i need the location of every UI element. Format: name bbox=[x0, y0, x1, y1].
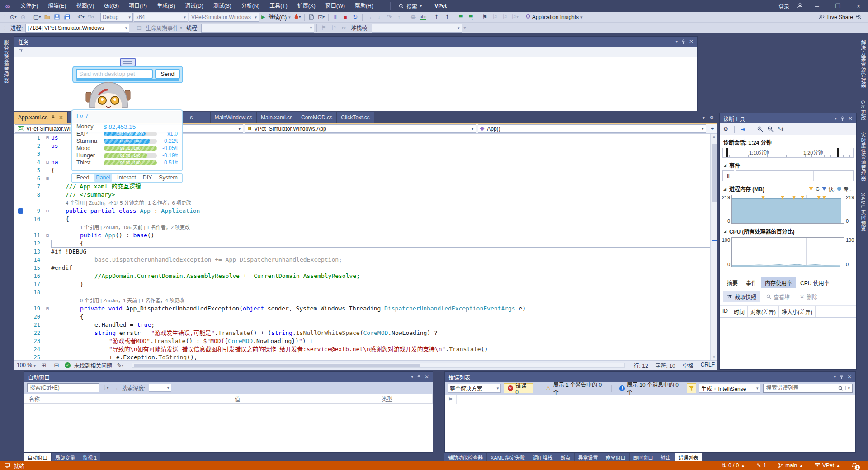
notifications-bell[interactable]: 1 bbox=[852, 463, 857, 469]
indent-icon[interactable]: ≣ bbox=[457, 13, 466, 22]
left-strip-tab-1[interactable]: 服务器资源管理器 bbox=[0, 37, 10, 86]
right-strip-tab-3[interactable]: 实时属性资源管理器 bbox=[858, 130, 868, 184]
pet-tab-5[interactable]: System bbox=[157, 174, 179, 182]
menu-item-5[interactable]: 项目(P) bbox=[124, 0, 152, 12]
pause-icon[interactable]: ‖ bbox=[331, 13, 340, 22]
step-into-icon[interactable]: ↓ bbox=[375, 13, 384, 22]
search-input[interactable] bbox=[766, 385, 836, 391]
settings-gear-icon[interactable]: ⚙ bbox=[723, 126, 728, 132]
tasks-title-bar[interactable]: 任务 ▾ ✕ bbox=[14, 37, 697, 47]
code-text[interactable]: "导致的\n如有可能请发送 错误信息截图和引发错误之前的操作 给开发者:serv… bbox=[51, 345, 710, 353]
code-text[interactable]: #endif bbox=[51, 264, 710, 272]
range-handle-right[interactable] bbox=[837, 148, 839, 157]
breakpoint-margin[interactable] bbox=[14, 305, 28, 313]
scroll-up-icon[interactable]: ▲ bbox=[711, 135, 717, 139]
code-line-23[interactable]: 23"游戏或者MOD".Translate() : $"MOD({CoreMOD… bbox=[14, 337, 710, 345]
code-cleanup-icon[interactable]: ✎▾ bbox=[116, 361, 125, 370]
autos-title-bar[interactable]: 自动窗口 ▾ ✕ bbox=[24, 372, 433, 382]
suspend-threads-icon[interactable]: ∾ bbox=[339, 24, 348, 33]
pet-note-icon[interactable] bbox=[120, 58, 136, 66]
background-tasks-icon[interactable] bbox=[5, 463, 10, 468]
code-line-21[interactable]: 21e.Handled = true; bbox=[14, 321, 710, 329]
diagnostics-tab-4[interactable]: CPU 使用率 bbox=[797, 277, 833, 288]
stack-frame-dropdown[interactable]: ▾ bbox=[372, 24, 462, 33]
take-snapshot-button[interactable]: 截取快照 bbox=[723, 291, 760, 302]
breakpoint-margin[interactable] bbox=[14, 223, 28, 231]
breakpoint-margin[interactable] bbox=[14, 142, 28, 150]
lifecycle-events-dropdown[interactable]: 生命周期事件▾ bbox=[144, 24, 184, 32]
flag-icon[interactable] bbox=[18, 49, 23, 55]
redo-icon[interactable]: ↷▾ bbox=[86, 13, 95, 22]
scope-dropdown[interactable]: 整个解决方案▾ bbox=[448, 384, 501, 393]
pending-edits[interactable]: ✎ 1 bbox=[756, 462, 766, 469]
menu-item-11[interactable]: 扩展(X) bbox=[292, 0, 321, 12]
zoom-dropdown[interactable]: 100 % ▾ bbox=[17, 362, 36, 368]
step-out-icon[interactable]: ↑ bbox=[395, 13, 404, 22]
unflag-threads-icon[interactable]: ⚐ bbox=[329, 24, 338, 33]
autos-column-2[interactable]: 值 bbox=[230, 394, 377, 403]
codelens-text[interactable]: 0 个引用 | ZouJin，1 天前 | 1 名作者，4 项更改 bbox=[51, 296, 710, 305]
pet-tab-1[interactable]: Feed bbox=[75, 174, 91, 182]
spaces-indicator[interactable]: 空格 bbox=[683, 362, 693, 369]
breakpoint-margin[interactable] bbox=[14, 272, 28, 280]
open-folder-icon[interactable] bbox=[42, 13, 52, 22]
tab-clicktext-cs[interactable]: ClickText.cs bbox=[337, 112, 374, 123]
code-text[interactable]: //AppDomain.CurrentDomain.AssemblyResolv… bbox=[51, 272, 710, 280]
breakpoint-margin[interactable] bbox=[14, 280, 28, 288]
breakpoint-margin[interactable] bbox=[14, 158, 28, 166]
startup-project-dropdown[interactable]: VPet-Simulator.Windows▾ bbox=[189, 13, 259, 22]
pin-icon[interactable] bbox=[417, 375, 421, 380]
pet-tab-4[interactable]: DIY bbox=[141, 174, 154, 182]
repository-picker[interactable]: VPet ▲ bbox=[815, 462, 840, 469]
code-text[interactable]: public App() : base() bbox=[51, 231, 710, 240]
breakpoint-margin[interactable] bbox=[14, 345, 28, 353]
warnings-filter-button[interactable]: ⚠展示 1 个警告中的 0 个 bbox=[542, 383, 607, 393]
navigate-forward-icon[interactable]: ⊙ bbox=[19, 13, 28, 22]
breakpoint-margin[interactable] bbox=[14, 134, 28, 142]
code-text[interactable]: e.Handled = true; bbox=[51, 321, 710, 329]
fold-collapse-icon[interactable]: ⊟ bbox=[44, 134, 51, 142]
close-button[interactable]: × bbox=[849, 0, 868, 12]
restart-icon[interactable]: ↻ bbox=[351, 13, 360, 22]
code-text[interactable]: public partial class App : Application bbox=[51, 207, 710, 215]
active-files-dropdown-icon[interactable]: ▾ bbox=[703, 115, 705, 121]
type-dropdown[interactable]: VPet_Simulator.Windows.App▾ bbox=[245, 124, 476, 133]
fold-collapse-icon[interactable]: ⊟ bbox=[44, 158, 51, 166]
breakpoint-margin[interactable] bbox=[14, 288, 28, 296]
platform-dropdown[interactable]: x64▾ bbox=[134, 13, 188, 22]
code-line-9[interactable]: 9⊟public partial class App : Application bbox=[14, 207, 710, 215]
show-next-statement-icon[interactable]: → bbox=[365, 13, 374, 22]
diagnostics-tab-2[interactable]: 事件 bbox=[742, 277, 760, 288]
code-line-12[interactable]: 12{ bbox=[14, 240, 710, 248]
breakpoint-margin[interactable] bbox=[14, 231, 28, 240]
diagnostics-tab-3[interactable]: 内存使用率 bbox=[761, 277, 796, 288]
reset-view-icon[interactable]: ⭦ıılı bbox=[778, 126, 783, 132]
code-line-25[interactable]: 25+ e.Exception.ToString(); bbox=[14, 353, 710, 360]
pause-events-icon[interactable]: ‖ bbox=[722, 170, 734, 181]
scroll-down-icon[interactable]: ▼ bbox=[711, 355, 717, 359]
code-text[interactable]: base.DispatcherUnhandledException += App… bbox=[51, 256, 710, 264]
restore-button[interactable]: ❐ bbox=[828, 0, 847, 12]
autos-content[interactable] bbox=[24, 404, 433, 452]
bottom-tab-7[interactable]: 即时窗口 bbox=[630, 453, 657, 461]
code-text[interactable]: { bbox=[51, 313, 710, 321]
tab-coremod-cs[interactable]: CoreMOD.cs bbox=[297, 112, 337, 123]
split-window-icon[interactable]: ÷ bbox=[708, 126, 717, 132]
codelens-row[interactable]: 4 个引用 | ZouJin，不到 5 分钟之前 | 1 名作者，6 项更改 bbox=[14, 199, 710, 207]
codelens-row[interactable]: 1 个引用 | ZouJin，196 天前 | 1 名作者，2 项更改 bbox=[14, 223, 710, 231]
autos-column-1[interactable]: 名称 bbox=[24, 394, 230, 403]
outdent-icon[interactable]: ≣̗ bbox=[467, 13, 476, 22]
application-insights-dropdown[interactable]: Application Insights▾ bbox=[524, 14, 584, 20]
breakpoint-margin[interactable] bbox=[14, 207, 28, 215]
view-heap-button[interactable]: 查看堆 bbox=[763, 291, 793, 302]
breakpoint-margin[interactable] bbox=[14, 150, 28, 158]
horizontal-scrollbar[interactable] bbox=[132, 363, 625, 368]
code-text[interactable]: + e.Exception.ToString(); bbox=[51, 353, 710, 360]
bottom-tab-2[interactable]: 局部变量 bbox=[52, 453, 79, 461]
events-timeline[interactable] bbox=[736, 170, 854, 181]
fold-collapse-icon[interactable]: ⊟ bbox=[44, 231, 51, 240]
bottom-tab-2[interactable]: XAML 绑定失败 bbox=[487, 453, 529, 461]
undo-icon[interactable]: ↶▾ bbox=[76, 13, 85, 22]
menu-item-4[interactable]: Git(G) bbox=[99, 0, 124, 12]
pin-icon[interactable] bbox=[840, 375, 844, 380]
